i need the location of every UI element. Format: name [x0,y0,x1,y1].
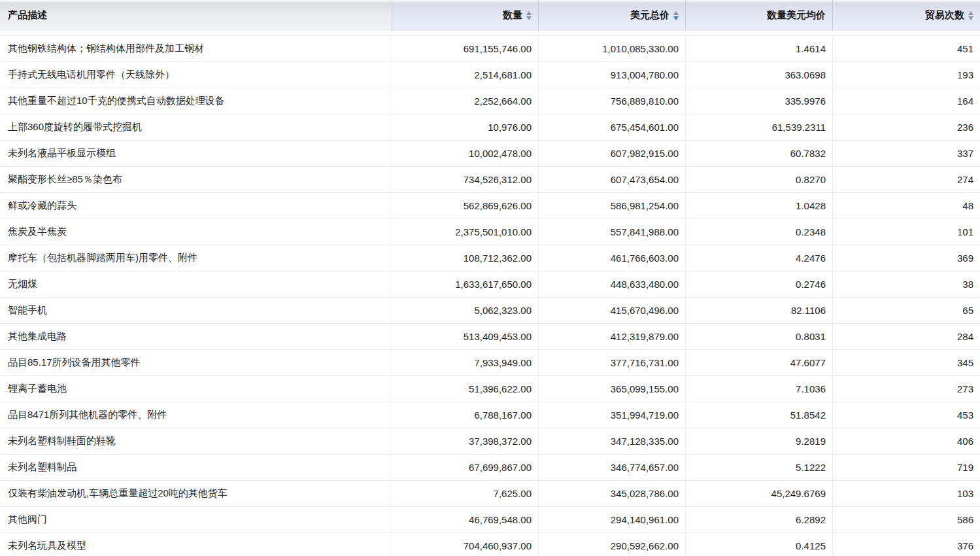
cell-usd-avg-price: 7.1036 [686,376,833,402]
cell-usd-avg-price: 0.8031 [686,324,833,349]
table-row: 上部360度旋转的履带式挖掘机10,976.00675,454,601.0061… [0,114,980,141]
cell-usd-total: 365,099,155.00 [539,376,686,402]
cell-usd-total: 675,454,601.00 [539,114,686,140]
cell-quantity: 2,375,501,010.00 [392,219,539,245]
cell-quantity: 2,252,664.00 [392,88,539,114]
cell-usd-total: 448,633,480.00 [539,271,686,297]
cell-product-description: 其他钢铁结构体；钢结构体用部件及加工钢材 [0,36,392,61]
table-row: 未列名玩具及模型704,460,937.00290,592,662.000.41… [0,533,980,556]
cell-product-description: 锂离子蓄电池 [0,376,392,402]
cell-trade-count: 236 [833,114,980,140]
cell-usd-total: 913,004,780.00 [539,62,686,88]
cell-trade-count: 65 [833,298,980,323]
cell-usd-total: 557,841,988.00 [539,219,686,245]
column-header-quantity[interactable]: 数量 [392,0,539,31]
cell-usd-avg-price: 47.6077 [686,350,833,375]
cell-trade-count: 453 [833,402,980,428]
sort-ascending-icon [526,11,532,15]
cell-trade-count: 103 [833,481,980,506]
cell-quantity: 562,869,626.00 [392,193,539,218]
table-row: 仅装有柴油发动机,车辆总重量超过20吨的其他货车7,625.00345,028,… [0,481,980,507]
sort-icons [526,11,532,20]
cell-usd-avg-price: 51.8542 [686,402,833,428]
cell-product-description: 未列名液晶平板显示模组 [0,141,392,166]
cell-usd-total: 377,716,731.00 [539,350,686,375]
table-row: 品目85.17所列设备用其他零件7,933,949.00377,716,731.… [0,350,980,376]
sort-descending-icon [526,16,532,20]
cell-trade-count: 451 [833,36,980,61]
column-header-label: 贸易次数 [925,9,964,22]
table-row: 聚酯变形长丝≥85％染色布734,526,312.00607,473,654.0… [0,167,980,193]
cell-trade-count: 164 [833,88,980,114]
table-row: 锂离子蓄电池51,396,622.00365,099,155.007.10362… [0,376,980,402]
cell-quantity: 1,633,617,650.00 [392,271,539,297]
column-header-label: 数量 [503,9,522,22]
cell-product-description: 品目85.17所列设备用其他零件 [0,350,392,375]
cell-product-description: 未列名玩具及模型 [0,533,392,556]
cell-usd-avg-price: 1.4614 [686,36,833,61]
cell-usd-avg-price: 363.0698 [686,62,833,88]
column-header-label: 美元总价 [630,9,669,22]
cell-product-description: 其他阀门 [0,507,392,532]
cell-usd-total: 607,473,654.00 [539,167,686,192]
cell-quantity: 7,625.00 [392,481,539,506]
trade-products-table: 产品描述 数量 美元总价 数量美元均价 贸易次数 其他 [0,0,980,556]
table-row: 其他阀门46,769,548.00294,140,961.006.2892586 [0,507,980,533]
cell-product-description: 智能手机 [0,298,392,323]
cell-usd-total: 290,592,662.00 [539,533,686,556]
table-row: 智能手机5,062,323.00415,670,496.0082.110665 [0,298,980,324]
table-row: 未列名塑料制品67,699,867.00346,774,657.005.1222… [0,455,980,481]
cell-usd-total: 345,028,786.00 [539,481,686,506]
cell-usd-total: 415,670,496.00 [539,298,686,323]
cell-usd-total: 346,774,657.00 [539,455,686,480]
table-row: 品目8471所列其他机器的零件、附件6,788,167.00351,994,71… [0,402,980,428]
table-row: 未列名液晶平板显示模组10,002,478.00607,982,915.0060… [0,141,980,167]
cell-trade-count: 337 [833,141,980,166]
cell-usd-avg-price: 0.4125 [686,533,833,556]
cell-product-description: 聚酯变形长丝≥85％染色布 [0,167,392,192]
cell-quantity: 108,712,362.00 [392,245,539,271]
cell-quantity: 691,155,746.00 [392,36,539,61]
cell-trade-count: 406 [833,428,980,454]
cell-usd-total: 412,319,879.00 [539,324,686,349]
header-gap [0,31,980,35]
cell-trade-count: 586 [833,507,980,532]
cell-product-description: 其他重量不超过10千克的便携式自动数据处理设备 [0,88,392,114]
column-header-trade-count[interactable]: 贸易次数 [833,0,980,31]
cell-product-description: 其他集成电路 [0,324,392,349]
cell-usd-avg-price: 4.2476 [686,245,833,271]
cell-quantity: 37,398,372.00 [392,428,539,454]
sort-icons [673,11,679,20]
cell-trade-count: 376 [833,533,980,556]
cell-quantity: 51,396,622.00 [392,376,539,402]
cell-trade-count: 274 [833,167,980,192]
cell-quantity: 5,062,323.00 [392,298,539,323]
cell-quantity: 67,699,867.00 [392,455,539,480]
cell-usd-total: 461,766,603.00 [539,245,686,271]
table-body: 其他钢铁结构体；钢结构体用部件及加工钢材691,155,746.001,010,… [0,35,980,556]
table-row: 手持式无线电话机用零件（天线除外）2,514,681.00913,004,780… [0,62,980,88]
cell-trade-count: 193 [833,62,980,88]
cell-usd-avg-price: 335.9976 [686,88,833,114]
cell-usd-avg-price: 0.2746 [686,271,833,297]
cell-quantity: 7,933,949.00 [392,350,539,375]
cell-product-description: 焦炭及半焦炭 [0,219,392,245]
column-header-usd-total[interactable]: 美元总价 [539,0,686,31]
cell-usd-avg-price: 1.0428 [686,193,833,218]
cell-trade-count: 369 [833,245,980,271]
cell-quantity: 46,769,548.00 [392,507,539,532]
cell-product-description: 仅装有柴油发动机,车辆总重量超过20吨的其他货车 [0,481,392,506]
column-header-label: 产品描述 [8,9,47,22]
cell-usd-avg-price: 45,249.6769 [686,481,833,506]
cell-usd-total: 351,994,719.00 [539,402,686,428]
cell-trade-count: 284 [833,324,980,349]
sort-icons [968,11,973,20]
column-header-product-description: 产品描述 [0,0,392,31]
cell-usd-avg-price: 6.2892 [686,507,833,532]
cell-product-description: 手持式无线电话机用零件（天线除外） [0,62,392,88]
cell-usd-avg-price: 5.1222 [686,455,833,480]
cell-quantity: 513,409,453.00 [392,324,539,349]
table-row: 摩托车（包括机器脚踏两用车)用零件、附件108,712,362.00461,76… [0,245,980,271]
cell-quantity: 2,514,681.00 [392,62,539,88]
cell-trade-count: 345 [833,350,980,375]
